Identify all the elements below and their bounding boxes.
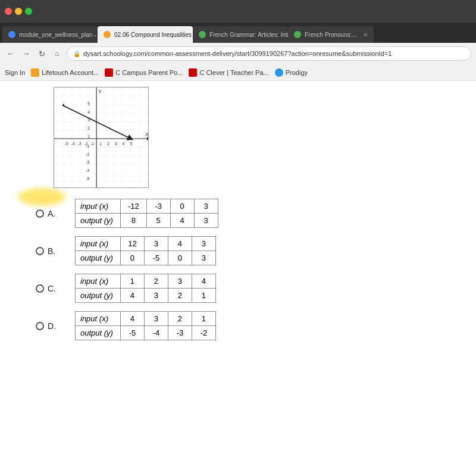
option-b-row: B. input (x) 12 3 4 3 output (y) 0 -5 0 … [36,236,458,265]
svg-text:-4: -4 [71,142,75,146]
option-c-input-header: input (x) [76,274,121,289]
radio-d[interactable] [36,322,44,330]
option-b-x4: 3 [192,237,215,251]
option-d-x1: 4 [120,312,144,326]
bookmark-clever[interactable]: C Clever | Teacher Pa... [189,68,268,77]
browser-chrome [0,0,476,23]
svg-text:3: 3 [115,142,117,146]
option-c-output-header: output (y) [76,289,121,303]
options-container: A. input (x) -12 -3 0 3 output (y) 8 5 4… [36,199,458,340]
svg-text:-4: -4 [86,168,89,173]
svg-text:2: 2 [87,126,90,130]
option-d-y2: -4 [144,326,168,340]
option-d-input-header: input (x) [76,312,121,326]
svg-text:-5: -5 [86,177,89,181]
url-text: dysart.schoology.com/common-assessment-d… [83,50,392,57]
option-d-row: D. input (x) 4 3 2 1 output (y) -5 -4 -3… [36,311,458,340]
address-bar-row: ← → ↻ ⌂ 🔒 dysart.schoology.com/common-as… [0,43,476,64]
option-d-y4: -2 [192,326,215,340]
option-d-table: input (x) 4 3 2 1 output (y) -5 -4 -3 -2 [75,311,216,340]
option-b-y3: 0 [168,251,192,265]
svg-text:-3: -3 [86,160,89,164]
svg-text:5: 5 [130,142,132,146]
option-b-x3: 4 [168,237,192,251]
option-a-x2: -3 [146,199,170,214]
option-b-table: input (x) 12 3 4 3 output (y) 0 -5 0 3 [75,236,216,265]
option-a-y4: 3 [194,214,218,228]
tab-bar: module_one_wellness_plan - Go... ✕ 02.06… [0,23,476,43]
option-c-y4: 1 [192,289,215,303]
option-b-x1: 12 [120,237,144,251]
option-c-label[interactable]: C. [36,284,65,293]
option-c-x3: 3 [168,274,192,289]
tab-compound[interactable]: 02.06 Compound Inequalities P... ✕ [98,26,193,43]
svg-text:5: 5 [87,102,90,106]
option-a-y1: 8 [120,214,146,228]
svg-text:-1: -1 [90,142,94,146]
tab-french-articles[interactable]: French Grammar: Articles: Intro... ✕ [193,26,288,43]
option-a-x4: 3 [194,199,218,214]
svg-rect-0 [54,87,148,187]
radio-b[interactable] [36,247,44,255]
address-input[interactable]: 🔒 dysart.schoology.com/common-assessment… [67,46,471,61]
option-d-x3: 2 [168,312,192,326]
option-a-input-header: input (x) [76,199,121,214]
option-a-x3: 0 [170,199,194,214]
svg-text:X: X [145,131,148,137]
option-a-y2: 5 [146,214,170,228]
radio-a[interactable] [36,209,44,218]
tab-french-pronouns[interactable]: French Pronouns:... ✕ [288,26,374,43]
option-d-output-header: output (y) [76,326,121,340]
option-b-output-header: output (y) [76,251,121,265]
option-a-output-header: output (y) [76,214,121,228]
svg-text:-1: -1 [86,144,89,148]
reload-button[interactable]: ↻ [36,48,48,60]
option-d-x2: 3 [144,312,168,326]
svg-text:4: 4 [87,110,90,114]
option-a-table: input (x) -12 -3 0 3 output (y) 8 5 4 3 [75,199,218,228]
svg-text:2: 2 [107,142,109,146]
radio-c[interactable] [36,284,44,293]
svg-text:-3: -3 [78,142,82,146]
option-d-y1: -5 [120,326,144,340]
svg-text:1: 1 [87,134,90,139]
option-b-label[interactable]: B. [36,246,65,256]
page-content: X Y -5 -4 -3 -2 -1 1 2 3 4 5 5 4 3 2 1 -… [0,81,476,476]
option-d-label[interactable]: D. [36,321,65,331]
option-c-y1: 4 [120,289,144,303]
option-c-y2: 3 [144,289,168,303]
bookmarks-bar: Sign In Lifetouch Account... C Campus Pa… [0,64,476,81]
option-c-x4: 4 [192,274,215,289]
option-a-y3: 4 [170,214,194,228]
option-a-label[interactable]: A. [36,209,65,218]
svg-text:1: 1 [99,142,102,146]
coordinate-graph: X Y -5 -4 -3 -2 -1 1 2 3 4 5 5 4 3 2 1 -… [54,87,149,188]
bookmark-lifetouch[interactable]: Lifetouch Account... [31,68,99,77]
option-b-y1: 0 [120,251,144,265]
option-d-y3: -3 [168,326,192,340]
option-c-table: input (x) 1 2 3 4 output (y) 4 3 2 1 [75,274,216,303]
bookmark-campus[interactable]: C Campus Parent Po... [105,68,183,77]
option-a-row: A. input (x) -12 -3 0 3 output (y) 8 5 4… [36,199,458,228]
forward-button[interactable]: → [20,48,32,60]
svg-text:Y: Y [98,89,102,95]
option-b-input-header: input (x) [76,237,121,251]
graph-svg: X Y -5 -4 -3 -2 -1 1 2 3 4 5 5 4 3 2 1 -… [54,87,148,187]
option-c-y3: 2 [168,289,192,303]
option-c-x1: 1 [120,274,144,289]
home-button[interactable]: ⌂ [51,48,63,60]
option-b-y2: -5 [144,251,168,265]
svg-text:-2: -2 [86,152,89,156]
tab-module[interactable]: module_one_wellness_plan - Go... ✕ [2,26,98,43]
svg-text:4: 4 [123,142,125,146]
option-b-x2: 3 [144,237,168,251]
back-button[interactable]: ← [5,48,17,60]
option-c-x2: 2 [144,274,168,289]
svg-text:-5: -5 [65,142,68,146]
bookmark-signin[interactable]: Sign In [5,69,25,76]
option-d-x4: 1 [192,312,215,326]
bookmark-prodigy[interactable]: Prodigy [275,68,308,77]
option-a-x1: -12 [120,199,146,214]
option-b-y4: 3 [192,251,215,265]
option-c-row: C. input (x) 1 2 3 4 output (y) 4 3 2 1 [36,274,458,303]
